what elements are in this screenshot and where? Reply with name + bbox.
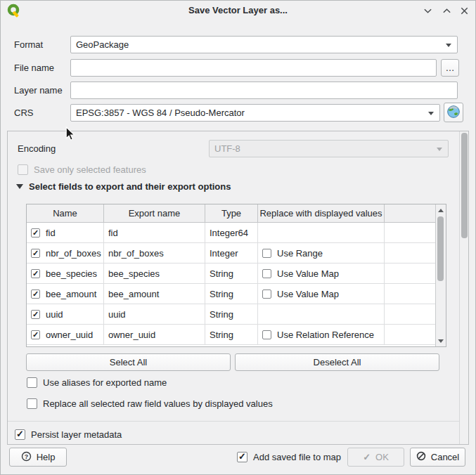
replace-option-checkbox[interactable] [262,269,271,278]
table-scrollbar-thumb[interactable] [437,216,444,281]
field-checkbox[interactable] [31,310,40,319]
deselect-all-button[interactable]: Deselect All [235,353,439,371]
cell-filler [385,304,435,324]
add-saved-file-label: Add saved file to map [253,452,341,462]
ok-button-label: OK [375,452,389,462]
cell-export-name: fid [104,223,205,242]
options-scrollbar[interactable] [459,131,468,444]
field-checkbox[interactable] [31,249,40,258]
chevron-down-icon [428,112,434,115]
format-value: GeoPackage [71,37,457,53]
crs-value: EPSG:3857 - WGS 84 / Pseudo-Mercator [71,105,439,121]
cell-filler [385,243,435,263]
cell-type: String [205,263,258,283]
table-row[interactable]: bee_species bee_species String Use Value… [27,263,435,284]
cell-replace: Use Range [258,243,385,263]
cancel-icon [416,451,426,463]
field-name: bee_amount [46,289,96,299]
help-button-label: Help [37,452,56,462]
check-icon: ✓ [363,452,371,462]
maximize-button[interactable] [441,5,453,17]
help-button[interactable]: ? Help [9,448,67,467]
field-export-name: uuid [108,309,126,320]
table-row[interactable]: owner_uuid owner_uuid String Use Relatio… [27,325,435,345]
use-aliases-checkbox[interactable] [27,377,37,388]
fields-section-label: Select fields to export and their export… [29,181,231,192]
cell-export-name: nbr_of_boxes [104,243,205,263]
cancel-button[interactable]: Cancel [410,448,465,467]
cancel-button-label: Cancel [431,452,459,462]
table-row[interactable]: bee_amount bee_amount String Use Value M… [27,284,435,304]
persist-metadata-label: Persist layer metadata [31,429,122,440]
table-row[interactable]: uuid uuid String [27,304,435,325]
replace-option-label: Use Value Map [277,268,339,279]
options-scrollbar-thumb[interactable] [461,133,468,238]
add-saved-file-row: Add saved file to map [237,451,341,463]
field-type: String [210,330,233,340]
header-replace[interactable]: Replace with displayed values [258,204,385,222]
field-checkbox[interactable] [31,330,40,339]
cell-replace: Use Relation Reference [258,325,385,344]
header-type[interactable]: Type [205,204,258,222]
cell-name: nbr_of_boxes [27,243,104,263]
header-name[interactable]: Name [27,204,104,222]
header-export-name[interactable]: Export name [104,204,205,222]
field-checkbox[interactable] [31,289,40,299]
field-export-name: fid [108,228,118,238]
divider [8,421,459,422]
browse-button[interactable]: … [441,59,459,77]
replace-option-checkbox[interactable] [262,289,271,299]
help-icon: ? [21,451,32,464]
layer-name-input[interactable] [70,82,458,99]
field-checkbox[interactable] [31,228,40,238]
field-checkbox[interactable] [31,269,40,278]
collapse-triangle-icon [16,184,23,189]
cell-type: String [205,325,258,344]
replace-raw-values-checkbox[interactable] [27,398,37,409]
table-row[interactable]: fid fid Integer64 [27,223,435,243]
save-only-selected-checkbox[interactable] [18,164,28,175]
field-name: uuid [46,309,63,320]
fields-table-header: Name Export name Type Replace with displ… [27,204,435,223]
close-button[interactable] [458,5,470,17]
cell-type: Integer64 [205,223,258,242]
file-name-input[interactable] [70,59,437,77]
window-title: Save Vector Layer as... [0,0,476,21]
format-combobox[interactable]: GeoPackage [70,36,458,53]
add-saved-file-checkbox[interactable] [237,452,247,462]
field-type: Integer [210,248,238,259]
use-aliases-label: Use aliases for exported name [43,377,167,388]
persist-metadata-checkbox[interactable] [15,429,25,440]
replace-option-label: Use Value Map [277,289,339,299]
replace-raw-values-row: Replace all selected raw field values by… [27,398,273,410]
field-export-name: bee_species [108,268,160,279]
cell-name: fid [27,223,104,242]
cell-filler [385,223,435,242]
table-scrollbar[interactable] [435,204,446,346]
replace-option-checkbox[interactable] [262,330,271,339]
cell-filler [385,325,435,344]
save-only-selected-label: Save only selected features [34,164,146,175]
encoding-combobox[interactable]: UTF-8 [209,140,449,157]
field-name: fid [46,228,56,238]
cell-filler [385,263,435,283]
save-only-selected-row: Save only selected features [18,164,146,176]
fields-table: Name Export name Type Replace with displ… [26,204,446,347]
fields-section-header[interactable]: Select fields to export and their export… [16,181,231,192]
crs-picker-button[interactable] [444,103,463,122]
ok-button[interactable]: ✓ OK [347,448,404,467]
cell-name: bee_species [27,263,104,283]
minimize-button[interactable] [422,5,434,17]
scroll-down-icon[interactable] [436,336,446,346]
deselect-all-label: Deselect All [314,357,361,367]
use-aliases-row: Use aliases for exported name [27,377,167,389]
cell-export-name: bee_amount [104,284,205,304]
cell-replace [258,223,385,242]
field-export-name: nbr_of_boxes [108,248,164,259]
table-row[interactable]: nbr_of_boxes nbr_of_boxes Integer Use Ra… [27,243,435,263]
scroll-up-icon[interactable] [436,205,446,215]
globe-icon [446,105,461,121]
select-all-button[interactable]: Select All [26,353,231,371]
crs-combobox[interactable]: EPSG:3857 - WGS 84 / Pseudo-Mercator [70,104,440,122]
replace-option-checkbox[interactable] [262,249,271,258]
